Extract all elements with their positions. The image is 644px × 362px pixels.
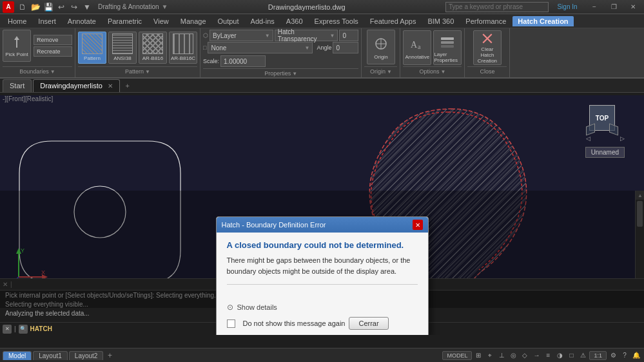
workspace-dropdown[interactable]: ▼ bbox=[162, 3, 168, 10]
recreate-button[interactable]: Recreate bbox=[34, 46, 72, 57]
qa-undo[interactable]: ↩ bbox=[55, 1, 67, 13]
polar-toggle[interactable]: ◎ bbox=[508, 350, 518, 361]
tab-bar: Start Drawingdaymerlisto ✕ + bbox=[0, 79, 644, 93]
close-button[interactable]: ✕ bbox=[625, 2, 641, 12]
transparency-dropdown[interactable]: Hatch Transparency ▼ bbox=[275, 30, 338, 41]
angle-label: Angle bbox=[317, 44, 331, 51]
panel-origin: Origin Origin ▼ bbox=[362, 28, 400, 77]
scale-label: Scale: bbox=[203, 58, 219, 64]
tab-insert[interactable]: Insert bbox=[33, 16, 61, 26]
cerrar-button[interactable]: Cerrar bbox=[349, 317, 388, 330]
dialog-title-text: Hatch - Boundary Definition Error bbox=[222, 221, 326, 229]
cmd-search-icon[interactable]: 🔍 bbox=[19, 325, 28, 334]
ribbon-tabs: Home Insert Annotate Parametric View Man… bbox=[0, 14, 644, 28]
add-layout-button[interactable]: + bbox=[104, 350, 115, 361]
tab-annotate[interactable]: Annotate bbox=[63, 16, 101, 26]
annotative-button[interactable]: A a Annotative bbox=[403, 30, 431, 65]
error-dialog: Hatch - Boundary Definition Error ✕ A cl… bbox=[216, 216, 429, 335]
command-prompt: HATCH bbox=[30, 325, 52, 332]
app-icon: A bbox=[3, 1, 14, 13]
sign-in-button[interactable]: Sign In bbox=[551, 2, 583, 12]
status-right: MODEL ⊞ ⌖ ⊥ ◎ ◇ → ≡ ◑ □ ⚠ 1:1 ⚙ ? 🔔 bbox=[442, 350, 641, 361]
origin-dropdown-arrow[interactable]: ▼ bbox=[387, 69, 392, 75]
tab-output[interactable]: Output bbox=[213, 16, 244, 26]
boundaries-dropdown-arrow[interactable]: ▼ bbox=[50, 69, 55, 75]
transparency-value[interactable] bbox=[339, 30, 358, 41]
clear-hatch-button[interactable]: Clear Hatch Creation bbox=[473, 30, 502, 65]
unnamed-badge: Unnamed bbox=[585, 147, 625, 158]
hatch-color-dropdown[interactable]: ByLayer ▼ bbox=[210, 30, 273, 41]
pattern-swatch-arb816c[interactable]: AR-B816C bbox=[169, 32, 197, 64]
show-details-label: Show details bbox=[237, 303, 277, 311]
dialog-close-button[interactable]: ✕ bbox=[413, 220, 423, 230]
pick-point-button[interactable]: Pick Point bbox=[3, 30, 31, 62]
search-input[interactable] bbox=[445, 2, 549, 12]
tab-start[interactable]: Start bbox=[3, 79, 32, 92]
pattern-swatch-arb816[interactable]: AR-B816 bbox=[139, 32, 167, 64]
new-tab-button[interactable]: + bbox=[121, 79, 134, 92]
layout2-tab[interactable]: Layout2 bbox=[69, 351, 104, 360]
snap-toggle[interactable]: ⌖ bbox=[485, 350, 495, 361]
tab-drawing[interactable]: Drawingdaymerlisto ✕ bbox=[33, 79, 120, 92]
properties-dropdown-arrow[interactable]: ▼ bbox=[292, 71, 297, 77]
grid-toggle[interactable]: ⊞ bbox=[473, 350, 483, 361]
tab-performance[interactable]: Performance bbox=[460, 16, 511, 26]
remove-button[interactable]: Remove bbox=[34, 35, 72, 45]
tab-addins[interactable]: Add-ins bbox=[246, 16, 280, 26]
panel-close: Clear Hatch Creation Close bbox=[465, 28, 510, 77]
pattern-swatch-ansi38[interactable]: ANSI38 bbox=[108, 32, 137, 64]
show-details-row[interactable]: ⊙ Show details bbox=[227, 303, 418, 312]
model-tab[interactable]: Model bbox=[3, 351, 32, 360]
background-dropdown[interactable]: None ▼ bbox=[208, 42, 313, 53]
dialog-title-bar: Hatch - Boundary Definition Error ✕ bbox=[217, 217, 428, 233]
tab-parametric[interactable]: Parametric bbox=[102, 16, 147, 26]
pattern-dropdown-arrow[interactable]: ▼ bbox=[145, 69, 150, 75]
no-show-checkbox[interactable] bbox=[227, 319, 235, 328]
tab-hatch-creation[interactable]: Hatch Creation bbox=[512, 16, 573, 26]
qa-new[interactable]: 🗋 bbox=[17, 1, 28, 13]
tab-home[interactable]: Home bbox=[3, 16, 32, 26]
dynamic-input[interactable]: → bbox=[531, 350, 542, 361]
scale-display[interactable]: 1:1 bbox=[589, 351, 607, 360]
cmd-cancel-icon[interactable]: ✕ bbox=[3, 325, 12, 334]
options-dropdown-arrow[interactable]: ▼ bbox=[440, 69, 445, 75]
qa-redo[interactable]: ↪ bbox=[68, 1, 80, 13]
pattern-panel-label: Pattern ▼ bbox=[78, 66, 197, 76]
layer-properties-button[interactable]: Layer Properties bbox=[433, 30, 462, 65]
ribbon-panels: Pick Point Remove Recreate Boundaries ▼ … bbox=[0, 28, 644, 79]
qa-dropdown[interactable]: ▼ bbox=[81, 1, 93, 13]
ortho-toggle[interactable]: ⊥ bbox=[496, 350, 507, 361]
origin-button[interactable]: Origin bbox=[367, 30, 395, 64]
tab-close-icon[interactable]: ✕ bbox=[108, 82, 113, 90]
qa-open[interactable]: 📂 bbox=[30, 1, 41, 13]
annotation-monitor[interactable]: ⚠ bbox=[578, 350, 588, 361]
help-icon[interactable]: ? bbox=[620, 350, 630, 361]
tab-view[interactable]: View bbox=[148, 16, 174, 26]
viewcube-left-face bbox=[586, 123, 595, 135]
tab-manage[interactable]: Manage bbox=[175, 16, 211, 26]
scale-input[interactable] bbox=[220, 55, 266, 67]
angle-input[interactable] bbox=[333, 42, 358, 53]
svg-rect-6 bbox=[441, 37, 454, 40]
selection-cycling[interactable]: □ bbox=[566, 350, 576, 361]
restore-button[interactable]: ❐ bbox=[605, 2, 622, 12]
tab-a360[interactable]: A360 bbox=[281, 16, 308, 26]
model-space-button[interactable]: MODEL bbox=[442, 351, 472, 360]
settings-icon[interactable]: ⚙ bbox=[608, 350, 618, 361]
dialog-divider bbox=[227, 284, 418, 285]
tab-featured[interactable]: Featured Apps bbox=[365, 16, 422, 26]
tab-bim360[interactable]: BIM 360 bbox=[422, 16, 459, 26]
lineweight-toggle[interactable]: ≡ bbox=[543, 350, 553, 361]
tab-express[interactable]: Express Tools bbox=[309, 16, 364, 26]
viewcube[interactable]: TOP ◁▷ bbox=[586, 102, 625, 140]
transparency-toggle[interactable]: ◑ bbox=[554, 350, 565, 361]
qa-save[interactable]: 💾 bbox=[43, 1, 54, 13]
osnap-toggle[interactable]: ◇ bbox=[520, 350, 530, 361]
view-label: -][Front][Realistic] bbox=[3, 95, 53, 102]
layout1-tab[interactable]: Layout1 bbox=[33, 351, 68, 360]
svg-text:A: A bbox=[411, 40, 418, 50]
panel-pattern: Pattern ANSI38 AR-B816 AR-B816C Pattern … bbox=[75, 28, 200, 77]
notification-icon[interactable]: 🔔 bbox=[631, 350, 641, 361]
pattern-swatch-solid[interactable]: Pattern bbox=[78, 32, 106, 64]
minimize-button[interactable]: − bbox=[586, 2, 603, 12]
